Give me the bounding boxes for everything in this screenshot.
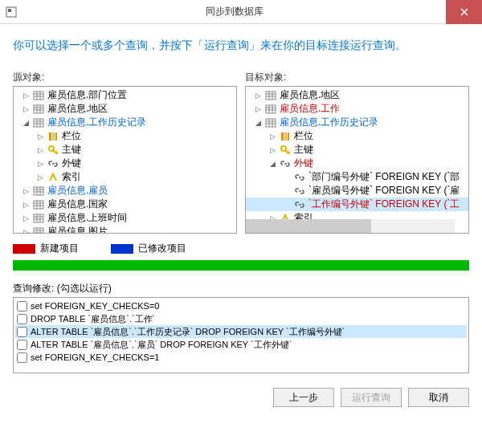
query-checkbox[interactable] — [17, 327, 27, 337]
close-button[interactable] — [446, 0, 482, 24]
svg-rect-2 — [34, 92, 43, 100]
svg-rect-52 — [266, 119, 276, 127]
query-row[interactable]: set FOREIGN_KEY_CHECKS=1 — [15, 351, 467, 364]
source-tree[interactable]: ▷雇员信息.部门位置▷雇员信息.地区◢雇员信息.工作历史记录▷栏位▷主键▷外键▷… — [13, 86, 237, 234]
tree-item-label: 主键 — [62, 143, 81, 157]
tree-item[interactable]: ▷主键 — [246, 143, 468, 157]
tree-item[interactable]: ▷主键 — [14, 143, 236, 157]
tree-item[interactable]: `部门编号外键` FOREIGN KEY (`部 — [246, 170, 468, 184]
tree-item[interactable]: ◢雇员信息.工作历史记录 — [14, 116, 236, 129]
run-query-button[interactable]: 运行查询 — [341, 388, 402, 407]
idx-icon — [47, 171, 59, 184]
fk-icon — [293, 171, 306, 184]
footer: 上一步 运行查询 取消 — [0, 373, 482, 417]
tree-item[interactable]: ▷雇员信息.工作 — [246, 102, 468, 116]
tree-item-label: 雇员信息.图片 — [47, 225, 108, 234]
expander-icon[interactable]: ▷ — [36, 173, 45, 181]
expander-icon[interactable]: ▷ — [36, 132, 45, 141]
expander-icon[interactable]: ▷ — [268, 145, 277, 154]
tree-item[interactable]: ◢外键 — [246, 157, 468, 170]
table-icon — [32, 226, 45, 234]
tree-item[interactable]: `工作编号外键` FOREIGN KEY (`工 — [246, 198, 468, 211]
col-icon — [47, 130, 59, 143]
target-tree[interactable]: ▷雇员信息.地区▷雇员信息.工作◢雇员信息.工作历史记录▷栏位▷主键◢外键`部门… — [245, 86, 469, 234]
expander-icon[interactable]: ▷ — [22, 200, 31, 209]
tree-item-label: `雇员编号外键` FOREIGN KEY (`雇 — [308, 184, 460, 198]
expander-icon[interactable]: ▷ — [22, 214, 31, 222]
query-checkbox[interactable] — [17, 314, 27, 324]
tree-item-label: 雇员信息.工作 — [280, 102, 340, 116]
cancel-button[interactable]: 取消 — [408, 388, 469, 407]
expander-icon[interactable]: ▷ — [22, 227, 31, 234]
svg-rect-58 — [284, 132, 287, 141]
tree-item[interactable]: ▷雇员信息.图片 — [14, 225, 236, 234]
query-row[interactable]: set FOREIGN_KEY_CHECKS=0 — [15, 299, 467, 312]
key-icon — [47, 144, 59, 157]
query-checkbox[interactable] — [17, 301, 27, 312]
query-checkbox[interactable] — [17, 340, 27, 350]
query-row[interactable]: ALTER TABLE `雇员信息`.`工作历史记录` DROP FOREIGN… — [15, 325, 467, 338]
expander-icon[interactable]: ▷ — [22, 91, 31, 100]
table-icon — [32, 198, 45, 211]
tree-item-label: 雇员信息.工作历史记录 — [280, 116, 378, 129]
svg-rect-27 — [34, 201, 43, 209]
tree-item-label: 雇员信息.雇员 — [47, 184, 108, 198]
expander-icon[interactable]: ▷ — [22, 186, 31, 195]
svg-rect-47 — [266, 105, 276, 113]
expander-icon[interactable]: ▷ — [268, 132, 277, 141]
legend-modified-label: 已修改项目 — [138, 242, 186, 255]
col-icon — [279, 130, 292, 143]
expander-icon[interactable]: ▷ — [254, 91, 263, 100]
table-icon — [32, 103, 45, 116]
table-icon — [264, 103, 277, 116]
query-checkbox[interactable] — [17, 352, 27, 363]
tree-item-label: 外键 — [62, 157, 81, 170]
horizontal-scrollbar[interactable] — [246, 219, 455, 233]
tree-item[interactable]: ▷栏位 — [14, 129, 236, 143]
expander-icon[interactable]: ◢ — [254, 118, 263, 127]
tree-item[interactable]: ▷外键 — [14, 157, 236, 170]
tree-item[interactable]: ▷雇员信息.雇员 — [14, 184, 236, 198]
fk-icon — [47, 157, 59, 170]
tree-item-label: 栏位 — [294, 129, 313, 143]
tree-item[interactable]: ▷索引 — [14, 170, 236, 184]
query-row[interactable]: ALTER TABLE `雇员信息`.`雇员` DROP FOREIGN KEY… — [15, 338, 467, 351]
svg-rect-59 — [288, 132, 289, 141]
expander-icon[interactable]: ▷ — [36, 145, 45, 154]
svg-rect-22 — [34, 187, 43, 195]
tree-item-label: 主键 — [294, 143, 313, 157]
tree-item[interactable]: ▷雇员信息.部门位置 — [14, 88, 236, 102]
query-text: ALTER TABLE `雇员信息`.`工作历史记录` DROP FOREIGN… — [31, 326, 345, 338]
svg-rect-7 — [34, 105, 43, 113]
tree-item[interactable]: ▷雇员信息.国家 — [14, 198, 236, 211]
svg-rect-19 — [55, 132, 57, 141]
back-button[interactable]: 上一步 — [273, 388, 334, 407]
source-label: 源对象: — [13, 71, 237, 84]
tree-item[interactable]: ▷栏位 — [246, 129, 468, 143]
tree-item[interactable]: `雇员编号外键` FOREIGN KEY (`雇 — [246, 184, 468, 198]
table-icon — [32, 212, 45, 225]
expander-icon[interactable]: ◢ — [268, 159, 277, 168]
titlebar: 同步到数据库 — [0, 0, 482, 24]
tree-item[interactable]: ▷雇员信息.上班时间 — [14, 211, 236, 225]
tree-item-label: 雇员信息.工作历史记录 — [47, 116, 146, 129]
tree-item[interactable]: ◢雇员信息.工作历史记录 — [246, 116, 468, 129]
expander-icon[interactable]: ◢ — [22, 118, 31, 127]
expander-icon[interactable]: ▷ — [22, 104, 31, 113]
tree-item-label: 雇员信息.地区 — [280, 88, 340, 102]
queries-list[interactable]: set FOREIGN_KEY_CHECKS=0DROP TABLE `雇员信息… — [13, 297, 469, 373]
legend: 新建项目 已修改项目 — [0, 234, 482, 260]
svg-rect-17 — [49, 132, 51, 141]
fk-icon — [293, 185, 306, 198]
tree-item[interactable]: ▷雇员信息.地区 — [246, 88, 468, 102]
svg-rect-12 — [34, 119, 43, 127]
expander-icon[interactable]: ▷ — [36, 159, 45, 168]
tree-item-label: 栏位 — [62, 129, 81, 143]
svg-point-61 — [284, 214, 287, 216]
progress-bar — [13, 260, 469, 271]
legend-modified-swatch — [111, 244, 133, 254]
query-row[interactable]: DROP TABLE `雇员信息`.`工作` — [15, 312, 467, 325]
tree-item-label: 索引 — [62, 170, 81, 184]
tree-item[interactable]: ▷雇员信息.地区 — [14, 102, 236, 116]
expander-icon[interactable]: ▷ — [254, 104, 263, 113]
